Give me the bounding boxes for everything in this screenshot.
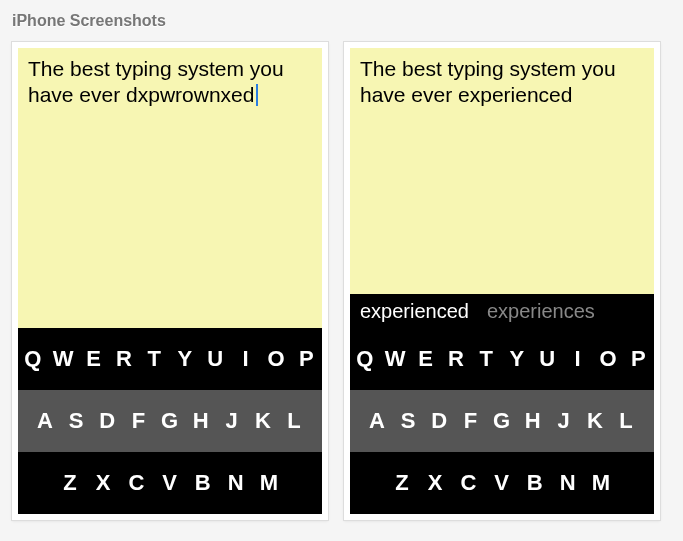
key-w[interactable]: W (48, 346, 78, 372)
keyboard: Q W E R T Y U I O P A S D F G H J K L (18, 328, 322, 514)
key-r[interactable]: R (109, 346, 139, 372)
note-text: The best typing system you have ever exp… (360, 57, 616, 106)
key-l[interactable]: L (279, 408, 310, 434)
key-n[interactable]: N (220, 470, 253, 496)
note-text-area[interactable]: The best typing system you have ever dxp… (18, 48, 322, 328)
key-u[interactable]: U (200, 346, 230, 372)
key-m[interactable]: M (253, 470, 286, 496)
screenshot-2: The best typing system you have ever exp… (344, 42, 660, 520)
key-d[interactable]: D (424, 408, 455, 434)
key-m[interactable]: M (585, 470, 618, 496)
key-p[interactable]: P (624, 346, 654, 372)
key-h[interactable]: H (518, 408, 549, 434)
key-z[interactable]: Z (54, 470, 87, 496)
key-n[interactable]: N (552, 470, 585, 496)
screenshot-1: The best typing system you have ever dxp… (12, 42, 328, 520)
key-a[interactable]: A (30, 408, 61, 434)
key-v[interactable]: V (153, 470, 186, 496)
key-j[interactable]: J (549, 408, 580, 434)
key-r[interactable]: R (441, 346, 471, 372)
key-g[interactable]: G (154, 408, 185, 434)
key-q[interactable]: Q (18, 346, 48, 372)
key-v[interactable]: V (485, 470, 518, 496)
keyboard-row-2: A S D F G H J K L (350, 390, 654, 452)
suggestion-bar: experienced experiences (350, 294, 654, 328)
key-f[interactable]: F (455, 408, 486, 434)
key-f[interactable]: F (123, 408, 154, 434)
key-s[interactable]: S (61, 408, 92, 434)
key-y[interactable]: Y (502, 346, 532, 372)
keyboard-row-1: Q W E R T Y U I O P (18, 328, 322, 390)
keyboard-row-2: A S D F G H J K L (18, 390, 322, 452)
key-o[interactable]: O (261, 346, 291, 372)
key-a[interactable]: A (362, 408, 393, 434)
key-i[interactable]: I (563, 346, 593, 372)
key-z[interactable]: Z (386, 470, 419, 496)
screenshots-container: The best typing system you have ever dxp… (12, 42, 671, 520)
key-k[interactable]: K (580, 408, 611, 434)
key-k[interactable]: K (248, 408, 279, 434)
note-text-area[interactable]: The best typing system you have ever exp… (350, 48, 654, 294)
keyboard-row-3: Z X C V B N M (18, 452, 322, 514)
keyboard: Q W E R T Y U I O P A S D F G H J K L (350, 328, 654, 514)
key-j[interactable]: J (217, 408, 248, 434)
key-g[interactable]: G (486, 408, 517, 434)
key-s[interactable]: S (393, 408, 424, 434)
key-d[interactable]: D (92, 408, 123, 434)
key-t[interactable]: T (140, 346, 170, 372)
key-t[interactable]: T (472, 346, 502, 372)
key-i[interactable]: I (231, 346, 261, 372)
keyboard-row-3: Z X C V B N M (350, 452, 654, 514)
keyboard-row-1: Q W E R T Y U I O P (350, 328, 654, 390)
suggestion-secondary[interactable]: experiences (487, 300, 595, 323)
key-w[interactable]: W (380, 346, 410, 372)
suggestion-primary[interactable]: experienced (360, 300, 469, 323)
key-l[interactable]: L (611, 408, 642, 434)
section-title: iPhone Screenshots (12, 12, 671, 30)
key-e[interactable]: E (411, 346, 441, 372)
key-o[interactable]: O (593, 346, 623, 372)
key-y[interactable]: Y (170, 346, 200, 372)
key-c[interactable]: C (120, 470, 153, 496)
key-h[interactable]: H (186, 408, 217, 434)
key-c[interactable]: C (452, 470, 485, 496)
key-x[interactable]: X (419, 470, 452, 496)
key-u[interactable]: U (532, 346, 562, 372)
key-e[interactable]: E (79, 346, 109, 372)
key-b[interactable]: B (187, 470, 220, 496)
text-cursor (256, 84, 258, 106)
key-q[interactable]: Q (350, 346, 380, 372)
key-p[interactable]: P (292, 346, 322, 372)
key-b[interactable]: B (519, 470, 552, 496)
note-text: The best typing system you have ever dxp… (28, 57, 284, 106)
key-x[interactable]: X (87, 470, 120, 496)
